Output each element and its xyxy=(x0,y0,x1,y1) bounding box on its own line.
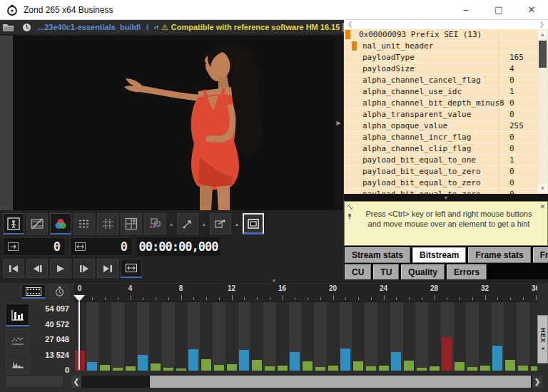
chart-splitter[interactable]: ▼ xyxy=(0,279,548,283)
chart-bar-frame-14[interactable] xyxy=(252,360,262,371)
tab-stream-stats[interactable]: Stream stats xyxy=(345,247,410,263)
slice-lines-button[interactable] xyxy=(73,213,95,234)
nal-row[interactable]: alpha_opaque_value255 xyxy=(344,120,548,132)
scroll-left-icon[interactable]: ❮ xyxy=(347,21,353,28)
nal-row[interactable]: payload_bit_equal_to_one1 xyxy=(344,155,548,166)
frame-offset-field[interactable]: 0 xyxy=(70,237,133,256)
chart-bar-frame-21[interactable] xyxy=(340,349,350,371)
chart-bar-frame-27[interactable] xyxy=(417,368,427,371)
chart-bar-frame-10[interactable] xyxy=(201,359,211,371)
hint-close-icon[interactable]: ✕ xyxy=(539,203,545,210)
chart-bar-frame-32[interactable] xyxy=(480,366,490,371)
step-forward-button[interactable] xyxy=(73,259,95,278)
chart-bar-frame-2[interactable] xyxy=(100,365,110,371)
hint-pin-icon[interactable] xyxy=(347,213,353,220)
vertical-splitter[interactable]: ▶ xyxy=(334,36,343,210)
maximize-button[interactable]: ▢ xyxy=(482,0,515,19)
chart-bar-frame-33[interactable] xyxy=(492,346,502,371)
playhead-marker[interactable] xyxy=(73,295,85,301)
chart-bar-frame-26[interactable] xyxy=(404,361,414,371)
motion-vectors-button[interactable] xyxy=(210,213,231,234)
tab-quality[interactable]: Quality xyxy=(401,264,445,280)
chart-bar-frame-13[interactable] xyxy=(239,350,249,371)
tab-bitstream[interactable]: Bitstream xyxy=(412,247,466,263)
film-disable-button[interactable] xyxy=(26,213,48,234)
tab-cu[interactable]: CU xyxy=(345,264,371,280)
go-first-frame-button[interactable] xyxy=(3,259,24,278)
chart-bar-frame-31[interactable] xyxy=(467,367,477,371)
scrollbar-thumb[interactable] xyxy=(539,41,547,68)
chart-plot[interactable] xyxy=(73,301,537,371)
intra-direction-button[interactable] xyxy=(177,213,198,234)
chart-bar-frame-25[interactable] xyxy=(391,352,401,371)
go-last-frame-button[interactable] xyxy=(97,259,118,278)
ctu-grid-button[interactable] xyxy=(97,213,118,234)
chart-bar-frame-12[interactable] xyxy=(227,364,237,371)
scrollbar-left-icon[interactable]: ❮ xyxy=(71,376,81,388)
hex-view-tab[interactable]: HEX ◄ xyxy=(537,315,548,363)
chart-bar-frame-18[interactable] xyxy=(303,361,313,371)
nal-row[interactable]: payload_bit_equal_to_zero0 xyxy=(344,166,548,177)
chart-bar-frame-29[interactable] xyxy=(442,337,452,371)
chart-bar-frame-1[interactable] xyxy=(87,362,97,371)
chart-bar-frame-16[interactable] xyxy=(278,366,288,371)
mv-dropdown-caret[interactable]: ▲ xyxy=(233,213,240,234)
frame-number-field[interactable]: 0 xyxy=(3,237,66,256)
nal-row[interactable]: payload_bit_equal_to_zero0 xyxy=(344,177,548,189)
scrollbar-right-icon[interactable]: ❯ xyxy=(532,376,542,388)
info-icon[interactable]: i xyxy=(146,24,148,31)
cu-partition-button[interactable] xyxy=(121,213,142,234)
chart-bar-frame-34[interactable] xyxy=(505,360,515,371)
nal-row[interactable]: nal_unit_header xyxy=(344,41,548,52)
chart-bar-frame-3[interactable] xyxy=(113,368,123,371)
chart-bar-frame-23[interactable] xyxy=(366,366,376,371)
nal-row[interactable]: payload_bit_equal_to_zero0 xyxy=(344,189,548,194)
timeline-ruler[interactable]: 04812162024283236 xyxy=(73,284,537,301)
nal-row[interactable]: alpha_channel_bit_depth_minus80 xyxy=(344,98,548,109)
chart-bar-frame-7[interactable] xyxy=(163,368,173,371)
step-back-button[interactable] xyxy=(26,259,48,278)
tab-errors[interactable]: Errors xyxy=(447,264,487,280)
chart-bar-frame-5[interactable] xyxy=(138,355,148,371)
video-frame-view[interactable] xyxy=(13,36,334,210)
chart-bar-frame-15[interactable] xyxy=(265,366,275,371)
chart-bar-frame-35[interactable] xyxy=(518,366,528,371)
chart-bar-frame-19[interactable] xyxy=(315,367,325,371)
nal-vertical-scrollbar[interactable]: ▲ ▼ xyxy=(538,30,547,193)
frames-axis-button[interactable] xyxy=(21,284,46,299)
timeline-scrollbar[interactable]: ❮ ❯ xyxy=(71,376,542,388)
scroll-right-icon[interactable]: ❯ xyxy=(539,21,544,28)
nal-row[interactable]: alpha_channel_use_idc1 xyxy=(344,86,548,98)
chart-bar-frame-6[interactable] xyxy=(151,363,161,371)
chart-bar-frame-11[interactable] xyxy=(214,365,224,371)
nal-row[interactable]: 0x00000093 Prefix SEI (13) xyxy=(344,29,548,41)
chart-bar-frame-17[interactable] xyxy=(290,352,300,371)
chart-bar-frame-24[interactable] xyxy=(379,366,389,371)
chart-bar-frame-9[interactable] xyxy=(188,349,198,371)
nal-row[interactable]: alpha_channel_cancel_flag0 xyxy=(344,75,548,86)
file-path-link[interactable]: ...23e40c1-essentials_build\ xyxy=(38,23,141,31)
open-file-button[interactable] xyxy=(0,21,17,33)
nal-row[interactable]: alpha_transparent_value0 xyxy=(344,109,548,120)
nal-row[interactable]: payloadType165 xyxy=(344,52,548,63)
hint-splitter[interactable]: ▼ xyxy=(344,194,548,201)
cu-info-dropdown-caret[interactable]: ▲ xyxy=(168,213,175,234)
recent-files-button[interactable] xyxy=(20,21,34,33)
time-axis-button[interactable] xyxy=(50,284,68,299)
nal-row[interactable]: alpha_channel_incr_flag0 xyxy=(344,132,548,143)
display-mode-button[interactable] xyxy=(243,213,264,234)
chart-bar-frame-28[interactable] xyxy=(430,366,440,371)
close-button[interactable]: ✕ xyxy=(515,0,548,19)
hint-expand-icon[interactable] xyxy=(347,204,353,210)
scroll-up-icon[interactable]: ▲ xyxy=(538,30,547,39)
preview-mode-button[interactable] xyxy=(3,213,24,234)
fit-frame-toggle-button[interactable] xyxy=(121,259,142,278)
chart-bar-frame-36[interactable] xyxy=(531,366,538,371)
nal-row[interactable]: alpha_channel_clip_flag0 xyxy=(344,143,548,155)
chart-bar-frame-4[interactable] xyxy=(126,366,136,371)
play-button[interactable] xyxy=(50,259,71,278)
tab-frame-info[interactable]: Frame info xyxy=(533,247,548,263)
intra-dropdown-caret[interactable]: ▲ xyxy=(201,213,208,234)
tab-frame-stats[interactable]: Frame stats xyxy=(468,247,530,263)
nal-row[interactable]: payloadSize4 xyxy=(344,63,548,75)
